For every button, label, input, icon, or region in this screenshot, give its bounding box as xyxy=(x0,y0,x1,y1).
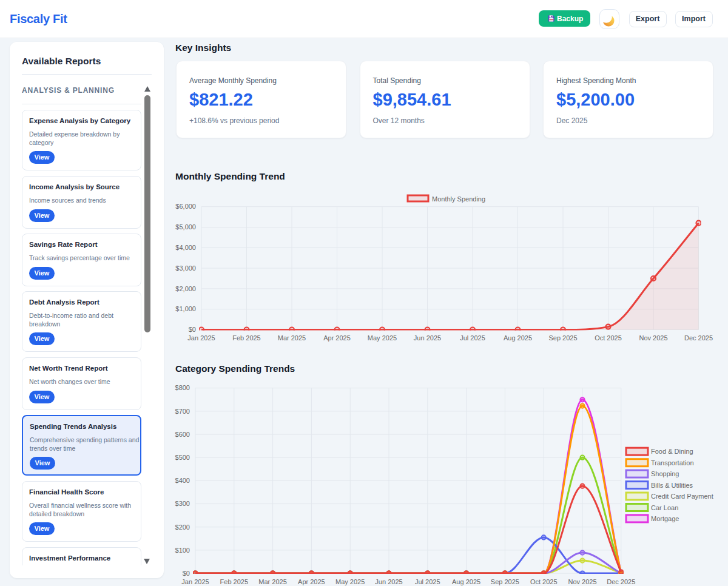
svg-text:$0: $0 xyxy=(183,570,190,577)
svg-text:$400: $400 xyxy=(175,477,190,484)
svg-text:Mar 2025: Mar 2025 xyxy=(258,578,286,585)
svg-text:Transportation: Transportation xyxy=(651,459,694,466)
svg-text:$500: $500 xyxy=(175,454,190,461)
svg-text:$800: $800 xyxy=(175,384,190,391)
svg-text:Credit Card Payment: Credit Card Payment xyxy=(651,493,713,500)
svg-text:Aug 2025: Aug 2025 xyxy=(452,578,480,585)
svg-text:Shopping: Shopping xyxy=(651,470,679,477)
svg-text:Sep 2025: Sep 2025 xyxy=(491,578,519,585)
svg-text:$100: $100 xyxy=(175,547,190,554)
svg-text:Car Loan: Car Loan xyxy=(651,504,678,511)
svg-text:Jan 2025: Jan 2025 xyxy=(181,578,209,585)
svg-text:Jun 2025: Jun 2025 xyxy=(375,578,402,585)
svg-text:Dec 2025: Dec 2025 xyxy=(607,578,635,585)
svg-text:Food & Dining: Food & Dining xyxy=(651,448,693,455)
svg-text:Oct 2025: Oct 2025 xyxy=(530,578,558,585)
svg-text:Feb 2025: Feb 2025 xyxy=(220,578,248,585)
svg-text:May 2025: May 2025 xyxy=(335,578,365,585)
svg-text:Apr 2025: Apr 2025 xyxy=(298,578,325,585)
svg-text:Jul 2025: Jul 2025 xyxy=(415,578,440,585)
svg-text:$300: $300 xyxy=(175,500,190,507)
svg-text:$700: $700 xyxy=(175,408,190,415)
svg-text:$600: $600 xyxy=(175,431,190,438)
svg-text:Nov 2025: Nov 2025 xyxy=(568,578,596,585)
svg-text:Mortgage: Mortgage xyxy=(651,515,679,522)
svg-text:$200: $200 xyxy=(175,524,190,531)
svg-text:Bills & Utilities: Bills & Utilities xyxy=(651,482,693,489)
